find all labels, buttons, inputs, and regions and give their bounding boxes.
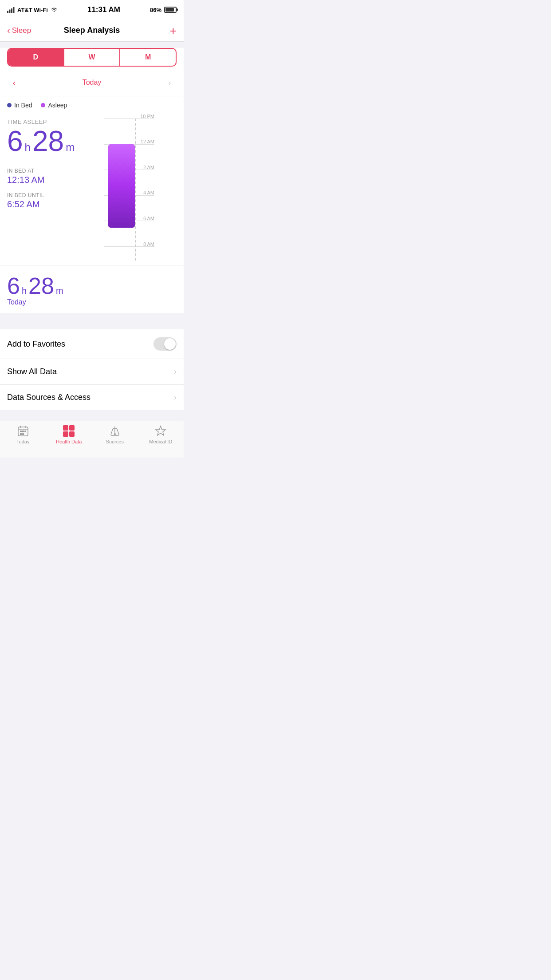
chevron-right-icon-2: › (174, 393, 177, 402)
segment-day[interactable]: D (8, 49, 63, 66)
sleep-minutes: 28 (32, 127, 64, 155)
grid-line-10pm: 10 PM (104, 119, 154, 119)
segment-week[interactable]: W (64, 49, 120, 66)
favorites-toggle[interactable] (153, 337, 177, 351)
svg-rect-0 (7, 11, 8, 13)
data-sources-right: › (174, 393, 177, 402)
svg-rect-1 (9, 9, 11, 13)
svg-point-13 (114, 433, 116, 435)
battery-percentage: 86% (150, 7, 161, 13)
svg-rect-2 (11, 8, 12, 13)
grid-line-8am: 8 AM (104, 246, 154, 247)
time-asleep-value: 6 h 28 m (7, 127, 99, 155)
signal-icon (7, 7, 15, 13)
hd-cell-1 (63, 425, 68, 431)
label-8am: 8 AM (143, 241, 154, 247)
status-right: 86% (150, 7, 177, 13)
stats-left: TIME ASLEEP 6 h 28 m IN BED AT 12:13 AM … (7, 119, 104, 261)
tab-medical-id-label: Medical ID (149, 439, 172, 444)
show-all-data-item[interactable]: Show All Data › (0, 359, 184, 385)
nav-bar: ‹ Sleep Sleep Analysis + (0, 20, 184, 42)
svg-rect-6 (20, 431, 22, 432)
summary-minutes-unit: m (56, 286, 63, 296)
in-bed-at-value: 12:13 AM (7, 175, 99, 185)
page-title: Sleep Analysis (64, 26, 120, 35)
next-date-button[interactable]: › (162, 75, 177, 90)
tab-health-data[interactable]: Health Data (46, 425, 92, 444)
tab-sources-label: Sources (106, 439, 124, 444)
tab-today[interactable]: Today (0, 425, 46, 444)
svg-rect-8 (24, 431, 26, 432)
chevron-right-icon: › (174, 367, 177, 376)
bottom-separator (0, 410, 184, 421)
today-svg (17, 425, 29, 437)
segment-control: D W M (7, 48, 177, 67)
health-data-grid (63, 425, 75, 437)
wifi-icon (51, 7, 58, 12)
carrier-label: AT&T Wi-Fi (17, 7, 48, 13)
label-2am: 2 AM (143, 165, 154, 170)
data-sources-item[interactable]: Data Sources & Access › (0, 385, 184, 410)
chart-container: 10 PM 12 AM 2 AM 4 AM 6 AM 8 AM (104, 119, 177, 261)
prev-date-button[interactable]: ‹ (7, 75, 21, 90)
tab-sources[interactable]: Sources (92, 425, 138, 444)
in-bed-until-value: 6:52 AM (7, 199, 99, 209)
back-button[interactable]: ‹ Sleep (7, 25, 31, 36)
label-4am: 4 AM (143, 190, 154, 195)
hd-cell-4 (69, 431, 75, 437)
inbed-dot (7, 103, 12, 107)
in-bed-at-label: IN BED AT (7, 168, 99, 174)
show-all-data-right: › (174, 367, 177, 376)
label-6am: 6 AM (143, 216, 154, 221)
status-bar: AT&T Wi-Fi 11:31 AM 86% (0, 0, 184, 20)
legend-inbed: In Bed (7, 102, 32, 109)
medical-id-svg (155, 425, 166, 437)
health-data-icon (63, 425, 75, 437)
medical-id-icon (154, 425, 167, 437)
label-10pm: 10 PM (140, 114, 154, 119)
sources-icon (109, 425, 121, 437)
date-navigator: ‹ Today › (0, 73, 184, 96)
show-all-data-label: Show All Data (7, 367, 57, 376)
tab-bar: Today Health Data Sources (0, 421, 184, 458)
today-icon (17, 425, 29, 437)
hd-cell-2 (69, 425, 75, 431)
chevron-left-icon: ‹ (7, 25, 10, 36)
hours-unit: h (25, 141, 31, 154)
status-time: 11:31 AM (87, 5, 120, 14)
battery-icon (164, 7, 177, 13)
asleep-dot (41, 103, 45, 107)
tab-medical-id[interactable]: Medical ID (138, 425, 184, 444)
svg-rect-3 (13, 7, 15, 13)
data-section: TIME ASLEEP 6 h 28 m IN BED AT 12:13 AM … (0, 114, 184, 265)
in-bed-until-label: IN BED UNTIL (7, 192, 99, 198)
summary-hours: 6 (7, 274, 20, 297)
hd-cell-3 (63, 431, 68, 437)
asleep-label: Asleep (48, 102, 67, 109)
tab-today-label: Today (16, 439, 29, 444)
back-label: Sleep (12, 26, 31, 35)
add-button[interactable]: + (170, 25, 177, 36)
sleep-hours: 6 (7, 127, 23, 155)
legend: In Bed Asleep (0, 96, 184, 114)
toggle-knob (164, 338, 176, 350)
current-date-label: Today (83, 79, 102, 87)
sources-svg (109, 425, 121, 437)
section-separator (0, 313, 184, 329)
label-12am: 12 AM (141, 139, 154, 144)
settings-list: Add to Favorites Show All Data › Data So… (0, 329, 184, 410)
svg-rect-7 (22, 431, 24, 432)
in-bed-at-row: IN BED AT 12:13 AM (7, 168, 99, 185)
svg-rect-9 (20, 433, 22, 435)
tab-health-data-label: Health Data (56, 439, 82, 444)
main-content: D W M ‹ Today › In Bed Asleep TIME ASLEE… (0, 48, 184, 313)
summary-hours-unit: h (22, 286, 27, 296)
summary-section: 6 h 28 m Today (0, 265, 184, 313)
segment-month[interactable]: M (120, 49, 176, 66)
time-asleep-label: TIME ASLEEP (7, 119, 99, 125)
time-divider (135, 119, 136, 261)
in-bed-until-row: IN BED UNTIL 6:52 AM (7, 192, 99, 209)
sleep-chart: 10 PM 12 AM 2 AM 4 AM 6 AM 8 AM (104, 119, 184, 261)
add-favorites-item[interactable]: Add to Favorites (0, 329, 184, 359)
legend-asleep: Asleep (41, 102, 67, 109)
